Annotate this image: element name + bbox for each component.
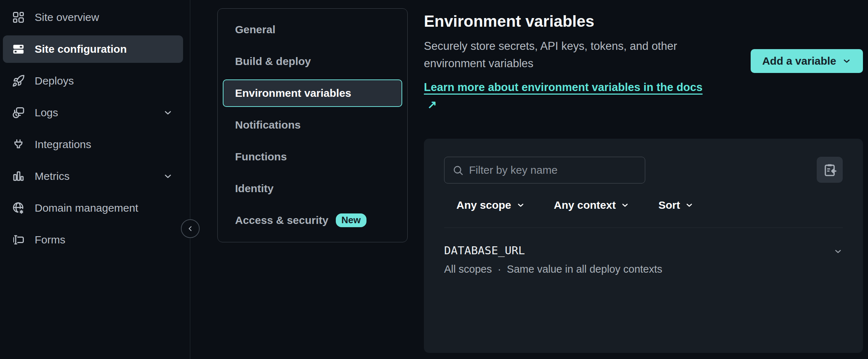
page-header: Environment variables Securely store sec… — [424, 7, 863, 113]
docs-link-text: Learn more about environment variables i… — [424, 81, 703, 94]
sidebar-item-label: Integrations — [35, 138, 91, 151]
form-input-icon — [12, 233, 25, 247]
tab-notifications[interactable]: Notifications — [218, 111, 407, 139]
context-filter-dropdown[interactable]: Any context — [554, 199, 630, 211]
sidebar-item-integrations[interactable]: Integrations — [3, 131, 183, 158]
sort-dropdown[interactable]: Sort — [658, 199, 694, 211]
tab-label: Functions — [235, 151, 287, 163]
bar-chart-icon — [12, 169, 25, 183]
import-env-button[interactable] — [817, 157, 843, 183]
sidebar-item-deploys[interactable]: Deploys — [3, 67, 183, 95]
meta-separator: · — [498, 263, 501, 275]
env-var-contexts: Same value in all deploy contexts — [507, 263, 662, 275]
sidebar-item-label: Forms — [35, 234, 65, 246]
sidebar-item-site-configuration[interactable]: Site configuration — [3, 35, 183, 63]
sidebar-item-metrics[interactable]: Metrics — [3, 163, 183, 190]
logs-clock-icon — [12, 106, 25, 120]
sidebar-item-domain-management[interactable]: Domain management — [3, 194, 183, 222]
chevron-down-icon[interactable] — [163, 108, 173, 118]
env-var-meta: All scopes · Same value in all deploy co… — [444, 263, 662, 275]
tab-label: General — [235, 23, 275, 36]
main-content: General Build & deploy Environment varia… — [190, 0, 868, 359]
sidebar-item-label: Domain management — [35, 202, 138, 214]
add-variable-label: Add a variable — [762, 55, 836, 67]
filter-input-wrapper — [444, 157, 645, 183]
external-link-icon: ↗ — [428, 98, 437, 111]
clipboard-import-icon — [823, 163, 837, 177]
env-vars-panel: Any scope Any context Sort — [424, 139, 863, 353]
chevron-down-icon — [516, 201, 525, 209]
chevron-down-icon[interactable] — [163, 171, 173, 181]
sidebar-item-label: Site overview — [35, 11, 99, 23]
new-badge: New — [336, 213, 366, 227]
chevron-down-icon — [685, 201, 694, 209]
sidebar-item-label: Metrics — [35, 170, 70, 182]
row-expand-chevron-icon — [833, 247, 843, 256]
sidebar-item-logs[interactable]: Logs — [3, 99, 183, 126]
sidebar-item-label: Deploys — [35, 75, 74, 87]
sidebar-item-site-overview[interactable]: Site overview — [3, 4, 183, 31]
sidebar: Site overview Site configuration — [0, 0, 190, 359]
tab-environment-variables[interactable]: Environment variables — [223, 79, 402, 107]
docs-link[interactable]: Learn more about environment variables i… — [424, 79, 706, 113]
tab-access-security[interactable]: Access & security New — [218, 207, 407, 234]
sidebar-item-label: Site configuration — [35, 43, 127, 55]
chevron-down-icon — [621, 201, 629, 209]
tab-label: Environment variables — [235, 87, 351, 99]
env-vars-section: Environment variables Securely store sec… — [424, 0, 863, 353]
tab-label: Notifications — [235, 119, 301, 131]
tab-functions[interactable]: Functions — [218, 143, 407, 170]
tab-label: Build & deploy — [235, 55, 311, 68]
chevron-left-icon — [186, 225, 194, 233]
plug-icon — [12, 138, 25, 151]
scope-filter-label: Any scope — [456, 199, 511, 211]
env-var-row[interactable]: DATABASE_URL All scopes · Same value in … — [444, 244, 843, 275]
settings-nav: General Build & deploy Environment varia… — [217, 8, 408, 242]
tab-label: Identity — [235, 182, 274, 195]
env-var-scopes: All scopes — [444, 263, 492, 275]
env-var-key: DATABASE_URL — [444, 244, 662, 257]
tab-build-deploy[interactable]: Build & deploy — [218, 48, 407, 75]
filter-input[interactable] — [444, 157, 645, 183]
page-title: Environment variables — [424, 11, 706, 32]
page-description: Securely store secrets, API keys, tokens… — [424, 38, 706, 72]
grid-icon — [12, 10, 25, 24]
sort-label: Sort — [658, 199, 680, 211]
context-filter-label: Any context — [554, 199, 616, 211]
sidebar-collapse-button[interactable] — [181, 219, 200, 238]
chevron-down-icon — [842, 56, 851, 66]
tab-identity[interactable]: Identity — [218, 175, 407, 202]
app-root: Site overview Site configuration — [0, 0, 868, 359]
server-stack-icon — [12, 42, 25, 56]
tab-label: Access & security — [235, 214, 329, 226]
sidebar-item-label: Logs — [35, 107, 58, 119]
add-variable-button[interactable]: Add a variable — [751, 49, 863, 73]
scope-filter-dropdown[interactable]: Any scope — [456, 199, 525, 211]
filter-bar: Any scope Any context Sort — [444, 197, 843, 213]
sidebar-item-forms[interactable]: Forms — [3, 226, 183, 254]
globe-icon — [12, 201, 25, 215]
rocket-icon — [12, 74, 25, 88]
tab-general[interactable]: General — [218, 16, 407, 43]
